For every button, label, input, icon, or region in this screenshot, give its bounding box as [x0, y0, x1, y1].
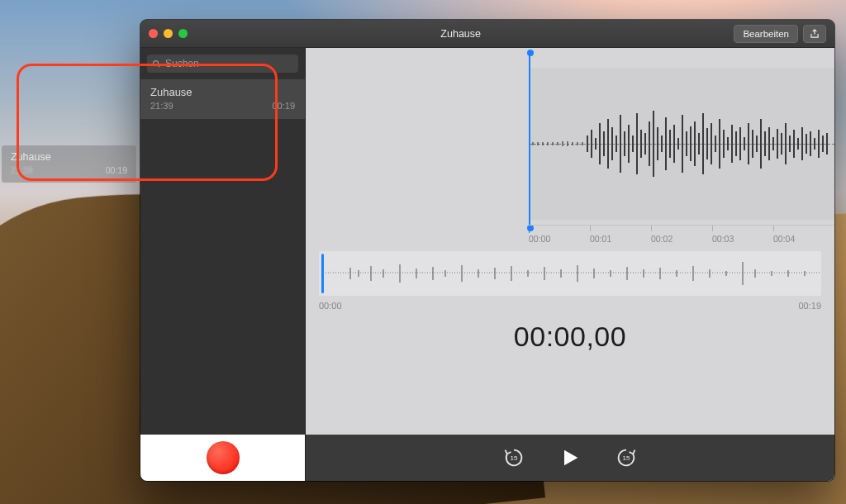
ruler-tick: 00:02 — [651, 234, 673, 244]
record-button[interactable] — [207, 441, 240, 474]
dragged-recording-item[interactable]: Zuhause 21:39 00:19 — [2, 145, 136, 183]
playback-controls: 15 15 — [306, 435, 834, 481]
overview-start-time: 00:00 — [319, 301, 342, 311]
minimize-window-button[interactable] — [164, 29, 173, 38]
voice-memos-window: Zuhause Bearbeiten Suchen — [140, 20, 834, 481]
skip-back-button[interactable]: 15 — [502, 446, 525, 469]
record-bar — [140, 435, 305, 481]
time-ruler: 00:00 00:01 00:02 00:03 00:04 — [529, 225, 834, 246]
search-input[interactable]: Suchen — [147, 55, 298, 73]
waveform-overview[interactable] — [319, 251, 821, 296]
recording-list-item[interactable]: Zuhause 21:39 00:19 — [140, 79, 305, 119]
window-title: Zuhause — [194, 28, 727, 40]
waveform-zoom-icon — [530, 90, 834, 197]
edit-button[interactable]: Bearbeiten — [734, 25, 798, 43]
desktop-wallpaper: Zuhause Bearbeiten Suchen — [0, 0, 846, 504]
svg-point-0 — [154, 60, 159, 65]
skip-forward-button[interactable]: 15 — [615, 446, 638, 469]
waveform-zoom-area — [529, 68, 834, 220]
search-placeholder: Suchen — [165, 58, 199, 69]
share-button[interactable] — [803, 25, 826, 43]
skip-seconds-label: 15 — [502, 454, 525, 462]
overview-end-time: 00:19 — [798, 301, 821, 311]
dragged-recording-time: 21:39 — [11, 165, 32, 175]
waveform-overview-icon — [326, 259, 821, 288]
ruler-tick: 00:01 — [590, 234, 611, 244]
zoom-window-button[interactable] — [178, 29, 188, 38]
skip-seconds-label: 15 — [615, 454, 638, 462]
playhead[interactable] — [529, 53, 530, 228]
detail-pane: 00:00 00:01 00:02 00:03 00:04 — [306, 48, 834, 481]
play-button[interactable] — [558, 446, 582, 469]
waveform-panel[interactable]: 00:00 00:01 00:02 00:03 00:04 — [306, 48, 834, 246]
titlebar: Zuhause Bearbeiten — [140, 20, 834, 48]
dragged-recording-name: Zuhause — [11, 151, 127, 163]
recording-name: Zuhause — [150, 86, 295, 98]
window-controls — [149, 29, 188, 38]
close-window-button[interactable] — [149, 29, 158, 38]
share-icon — [809, 28, 820, 40]
timecode-display: 00:00,00 — [306, 321, 834, 353]
ruler-tick: 00:04 — [773, 234, 795, 244]
dragged-recording-duration: 00:19 — [106, 165, 127, 175]
play-icon — [558, 446, 582, 469]
recordings-sidebar: Suchen Zuhause 21:39 00:19 — [140, 48, 306, 481]
overview-cursor[interactable] — [321, 254, 324, 293]
recording-time: 21:39 — [150, 101, 173, 111]
recording-duration: 00:19 — [272, 101, 295, 111]
ruler-tick: 00:00 — [529, 234, 550, 244]
ruler-tick: 00:03 — [712, 234, 734, 244]
search-icon — [152, 59, 161, 69]
